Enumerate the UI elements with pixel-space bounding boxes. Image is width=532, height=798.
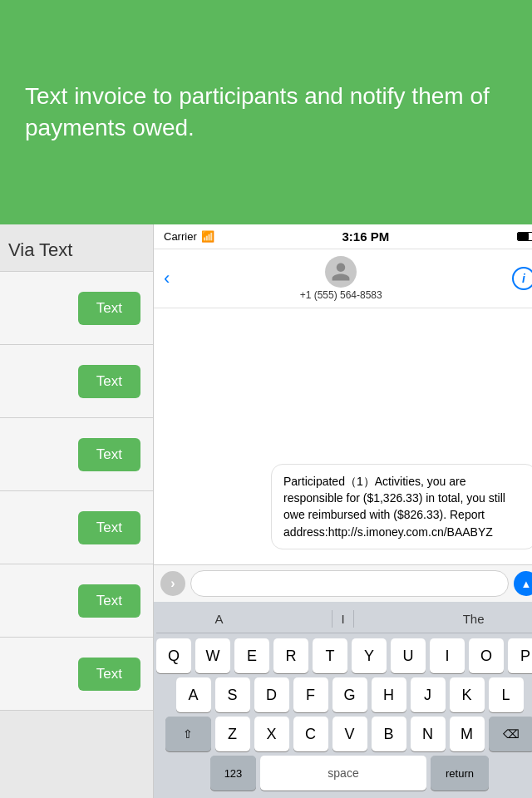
status-time: 3:16 PM (342, 229, 390, 244)
key-t[interactable]: T (313, 638, 347, 673)
key-s[interactable]: S (215, 677, 250, 712)
list-item-5: Text (0, 564, 153, 638)
key-r[interactable]: R (273, 638, 308, 673)
nav-bar: ‹ +1 (555) 564-8583 i (154, 249, 532, 308)
key-g[interactable]: G (332, 677, 367, 712)
key-delete[interactable]: ⌫ (489, 717, 533, 751)
info-button[interactable]: i (512, 267, 532, 290)
list-item-1: Text (0, 272, 153, 345)
keyboard-row-1: Q W E R T Y U I O P (156, 638, 532, 673)
key-x[interactable]: X (254, 717, 289, 751)
key-a[interactable]: A (176, 677, 211, 712)
list-item-2: Text (0, 345, 153, 418)
suggestion-a[interactable]: A (206, 610, 231, 628)
key-h[interactable]: H (372, 677, 406, 712)
text-button-5[interactable]: Text (78, 584, 140, 618)
status-right (517, 232, 532, 241)
key-o[interactable]: O (469, 638, 504, 673)
key-n[interactable]: N (411, 717, 446, 751)
status-bar: Carrier 📶 3:16 PM (154, 224, 532, 249)
key-p[interactable]: P (508, 638, 532, 673)
left-panel: Via Text Text Text Text Text Text Text (0, 224, 154, 798)
key-i[interactable]: I (430, 638, 465, 673)
text-button-2[interactable]: Text (78, 365, 140, 398)
key-return[interactable]: return (431, 756, 489, 791)
header-title: Text invoice to participants and notify … (25, 81, 507, 144)
key-k[interactable]: K (450, 677, 485, 712)
person-icon (330, 261, 352, 283)
key-l[interactable]: L (489, 677, 524, 712)
avatar (325, 256, 357, 288)
header-section: Text invoice to participants and notify … (0, 0, 532, 224)
key-123[interactable]: 123 (210, 756, 256, 791)
wifi-icon: 📶 (201, 230, 214, 243)
battery-icon (517, 232, 532, 241)
battery-fill (518, 233, 529, 240)
key-f[interactable]: F (293, 677, 328, 712)
key-d[interactable]: D (254, 677, 289, 712)
text-button-1[interactable]: Text (78, 292, 140, 325)
back-button[interactable]: ‹ (164, 268, 170, 289)
key-b[interactable]: B (372, 717, 406, 751)
key-m[interactable]: M (450, 717, 485, 751)
text-button-3[interactable]: Text (78, 438, 140, 471)
keyboard-suggestions: A I The (156, 607, 532, 633)
key-j[interactable]: J (411, 677, 446, 712)
input-area: › (154, 564, 532, 602)
key-q[interactable]: Q (156, 638, 191, 673)
message-bubble: Participated（1）Activities, you are respo… (271, 464, 532, 549)
key-y[interactable]: Y (352, 638, 387, 673)
list-item-3: Text (0, 418, 153, 491)
keyboard-row-3: ⇧ Z X C V B N M ⌫ (156, 717, 532, 751)
main-content: Via Text Text Text Text Text Text Text C… (0, 224, 532, 798)
text-button-4[interactable]: Text (78, 511, 140, 544)
list-item-6: Text (0, 638, 153, 711)
send-button[interactable] (514, 571, 532, 596)
suggestion-i[interactable]: I (332, 610, 353, 628)
contact-info: +1 (555) 564-8583 (300, 256, 382, 301)
carrier-label: Carrier (164, 230, 197, 243)
key-z[interactable]: Z (215, 717, 250, 751)
keyboard-row-2: A S D F G H J K L (156, 677, 532, 712)
key-c[interactable]: C (293, 717, 328, 751)
expand-button[interactable]: › (160, 571, 185, 596)
key-w[interactable]: W (195, 638, 230, 673)
text-button-6[interactable]: Text (78, 658, 140, 691)
message-input[interactable] (190, 570, 509, 597)
keyboard: A I The Q W E R T Y U I O P A S D (154, 602, 532, 798)
left-panel-title: Via Text (0, 224, 153, 272)
key-shift[interactable]: ⇧ (165, 717, 211, 751)
status-left: Carrier 📶 (164, 230, 214, 243)
contact-phone: +1 (555) 564-8583 (300, 289, 382, 301)
list-item-4: Text (0, 491, 153, 564)
key-u[interactable]: U (391, 638, 426, 673)
suggestion-the[interactable]: The (455, 610, 493, 628)
key-v[interactable]: V (332, 717, 367, 751)
right-panel: Carrier 📶 3:16 PM ‹ +1 (555) 564-8583 (154, 224, 532, 798)
message-area: Participated（1）Activities, you are respo… (154, 308, 532, 564)
key-e[interactable]: E (234, 638, 269, 673)
key-space[interactable]: space (260, 756, 426, 791)
keyboard-row-4: 123 space return (156, 756, 532, 791)
